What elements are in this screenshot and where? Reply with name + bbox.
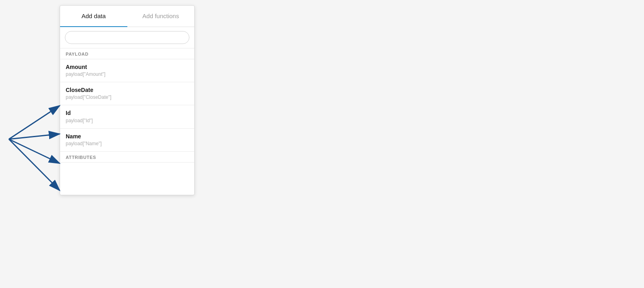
item-name-name: Name	[66, 133, 189, 141]
item-name-id: Id	[66, 109, 189, 117]
tab-bar: Add data Add functions	[60, 6, 194, 27]
attributes-empty-area	[60, 163, 194, 195]
item-name-closedate: CloseDate	[66, 86, 189, 94]
add-data-panel: Add data Add functions PAYLOAD Amount pa…	[60, 5, 195, 195]
search-input[interactable]	[65, 31, 189, 44]
list-item-name[interactable]: Name payload["Name"]	[60, 129, 194, 152]
svg-line-3	[9, 139, 60, 163]
item-path-amount: payload["Amount"]	[66, 71, 189, 78]
item-path-name: payload["Name"]	[66, 140, 189, 147]
tab-add-data[interactable]: Add data	[60, 6, 127, 27]
svg-line-4	[9, 139, 60, 190]
svg-line-2	[9, 134, 60, 139]
tab-add-functions[interactable]: Add functions	[127, 6, 195, 27]
tab-active-indicator	[60, 26, 127, 27]
item-name-amount: Amount	[66, 63, 189, 71]
search-area	[60, 27, 194, 48]
list-item-id[interactable]: Id payload["Id"]	[60, 105, 194, 128]
item-path-closedate: payload["CloseDate"]	[66, 94, 189, 101]
section-header-payload: PAYLOAD	[60, 48, 194, 59]
item-path-id: payload["Id"]	[66, 117, 189, 124]
list-item-amount[interactable]: Amount payload["Amount"]	[60, 59, 194, 82]
svg-line-1	[9, 106, 60, 139]
list-item-closedate[interactable]: CloseDate payload["CloseDate"]	[60, 82, 194, 105]
section-header-attributes: ATTRIBUTES	[60, 152, 194, 163]
